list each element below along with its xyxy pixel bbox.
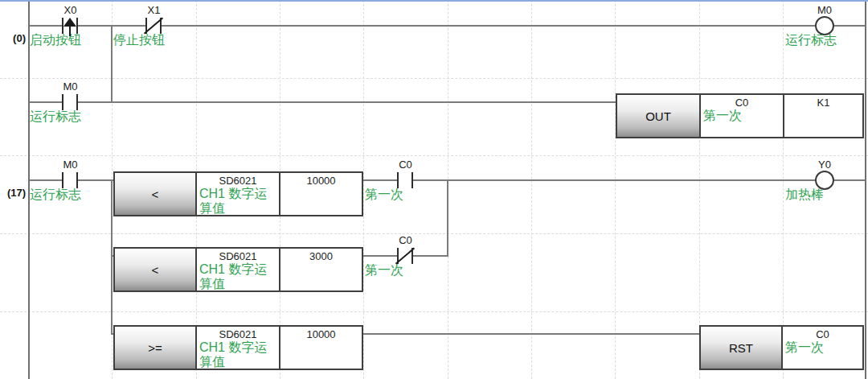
compare-value: 10000 [280, 328, 362, 340]
device-label: M0 [783, 4, 866, 16]
compare-operator-cell: < [115, 249, 197, 290]
device-comment: 加热棒 [785, 187, 866, 202]
compare-value-cell: 10000 [280, 327, 362, 369]
compare-operator-cell: >= [115, 327, 197, 369]
row-separator [0, 311, 868, 312]
contact-bar [397, 172, 399, 188]
rung5-wire [363, 333, 700, 335]
device-comment: 运行标志 [30, 109, 110, 124]
out-operand-cell: C0 第一次 [701, 95, 784, 137]
row-separator [0, 78, 868, 79]
contact-bar [76, 172, 78, 188]
device-label: C0 [363, 234, 448, 246]
rising-edge-arrow-icon [63, 18, 76, 27]
coil-m0[interactable]: M0 运行标志 [783, 4, 866, 54]
compare-value: 10000 [280, 175, 362, 187]
step-number-17: (17) [0, 187, 26, 199]
rising-edge-arrow-icon [69, 27, 71, 36]
device-comment: 第一次 [365, 187, 445, 202]
rung2-wire [28, 101, 616, 103]
device-comment: 第一次 [783, 340, 862, 355]
compare-source-cell: SD6021 CH1 数字运算值 [197, 327, 280, 369]
device-comment: CH1 数字运算值 [197, 262, 279, 291]
device-label: SD6021 [197, 328, 279, 340]
contact-gap [399, 178, 411, 183]
contact-m0-rung3[interactable]: M0 运行标志 [28, 159, 113, 208]
compare-source-cell: SD6021 CH1 数字运算值 [197, 249, 280, 290]
compare-value-cell: 3000 [280, 249, 362, 290]
contact-bar [76, 94, 78, 110]
grid-line [699, 0, 700, 379]
device-label: SD6021 [197, 250, 279, 262]
count-value: K1 [784, 97, 862, 109]
contact-bar [62, 94, 63, 110]
contact-x1-normally-closed[interactable]: X1 停止按钮 [112, 4, 196, 54]
compare-value-cell: 10000 [280, 173, 362, 215]
rst-mnemonic-cell: RST [701, 327, 783, 369]
device-label: Y0 [783, 159, 866, 171]
out-count-cell: K1 [784, 95, 862, 137]
device-comment: 停止按钮 [113, 32, 194, 47]
device-comment: CH1 数字运算值 [197, 187, 279, 216]
editor-active-border [0, 0, 868, 2]
contact-gap [63, 100, 76, 105]
device-label: M0 [28, 159, 113, 171]
device-comment: CH1 数字运算值 [197, 340, 279, 369]
out-mnemonic-cell: OUT [617, 95, 701, 137]
device-label: X0 [28, 4, 113, 16]
device-comment: 第一次 [365, 262, 445, 278]
compare-block-lt-10000[interactable]: < SD6021 CH1 数字运算值 10000 [113, 171, 363, 216]
device-comment: 第一次 [701, 109, 783, 123]
device-label: X1 [112, 4, 196, 16]
device-label: C0 [701, 97, 783, 109]
row-separator [0, 155, 868, 156]
step-number-0: (0) [0, 32, 26, 44]
device-comment: 运行标志 [30, 187, 110, 202]
grid-line [531, 0, 532, 379]
contact-bar [411, 172, 413, 188]
contact-m0-rung2[interactable]: M0 运行标志 [28, 80, 113, 130]
contact-x0-rising-edge[interactable]: X0 启动按钮 [28, 4, 113, 54]
contact-bar [76, 18, 78, 34]
contact-bar [62, 172, 63, 188]
coil-y0[interactable]: Y0 加热棒 [783, 159, 866, 208]
device-label: SD6021 [197, 175, 279, 187]
compare-block-ge-10000[interactable]: >= SD6021 CH1 数字运算值 10000 [113, 325, 363, 370]
contact-c0-rung3[interactable]: C0 第一次 [363, 159, 448, 208]
out-counter-block[interactable]: OUT C0 第一次 K1 [616, 93, 864, 138]
rst-operand-cell: C0 第一次 [783, 327, 862, 369]
compare-operator-cell: < [115, 173, 197, 215]
device-label: C0 [363, 159, 448, 171]
device-label: C0 [783, 328, 862, 340]
rst-counter-block[interactable]: RST C0 第一次 [699, 325, 864, 370]
compare-source-cell: SD6021 CH1 数字运算值 [197, 173, 280, 215]
device-label: M0 [28, 80, 113, 93]
compare-block-lt-3000[interactable]: < SD6021 CH1 数字运算值 3000 [113, 247, 363, 292]
contact-gap [63, 178, 76, 183]
device-comment: 运行标志 [785, 32, 866, 47]
ladder-editor-canvas: (0) (17) X0 启动按钮 X1 停止按钮 M0 运行标志 M0 运行标志… [0, 0, 868, 379]
grid-line [615, 0, 616, 379]
contact-c0-normally-closed[interactable]: C0 第一次 [363, 234, 448, 284]
compare-value: 3000 [280, 250, 362, 262]
